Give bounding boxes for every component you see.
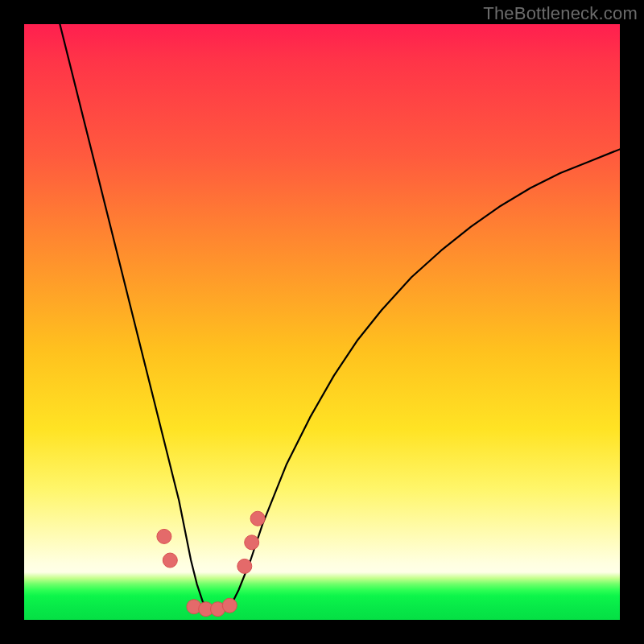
curve-marker [250,511,265,526]
curve-marker [163,553,177,568]
chart-frame: TheBottleneck.com [0,0,644,644]
curve-marker [222,598,237,613]
watermark-text: TheBottleneck.com [483,3,638,24]
plot-area [24,24,620,620]
curve-marker [157,529,171,543]
bottleneck-curve-svg [24,24,620,620]
curve-marker [237,559,252,573]
curve-marker [245,535,259,550]
bottleneck-curve [60,24,620,611]
curve-markers [157,511,265,617]
